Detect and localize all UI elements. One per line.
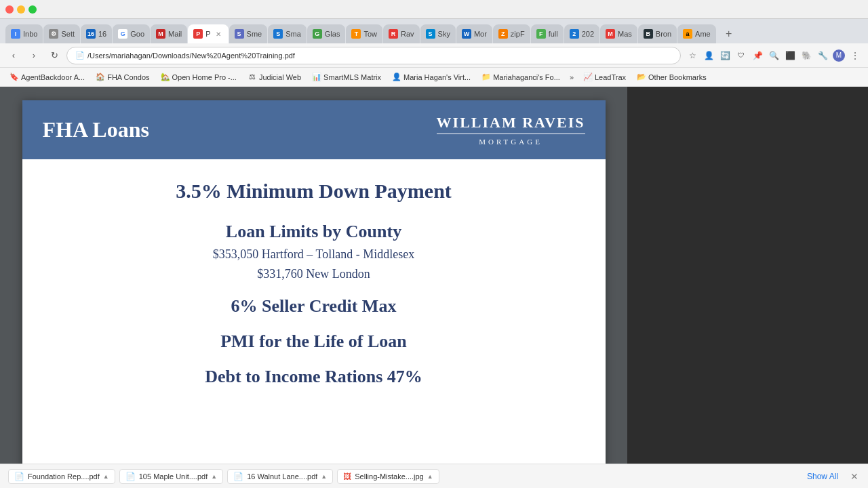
tab-label-bron: Bron bbox=[656, 30, 671, 38]
tab-full[interactable]: F full bbox=[531, 24, 564, 43]
reload-button[interactable]: ↻ bbox=[46, 47, 62, 64]
tab-zip[interactable]: Z zipF bbox=[493, 24, 530, 43]
download-item-2[interactable]: 📄 16 Walnut Lane....pdf ▲ bbox=[227, 469, 333, 484]
bookmark-label-5: Maria Hagan's Virt... bbox=[403, 73, 471, 81]
bookmark-7[interactable]: 📈LeadTrax bbox=[579, 70, 630, 83]
tab-settings[interactable]: ⚙ Sett bbox=[43, 24, 80, 43]
download-arrow-0[interactable]: ▲ bbox=[103, 473, 109, 480]
new-tab-button[interactable]: + bbox=[719, 24, 738, 43]
tab-todo[interactable]: 16 16 bbox=[81, 24, 112, 43]
user-avatar[interactable]: M bbox=[831, 48, 846, 63]
bookmark-6[interactable]: 📁Mariahaganci's Fo... bbox=[477, 70, 564, 84]
pdf-county-1: $353,050 Hartford – Tolland - Middlesex bbox=[213, 247, 414, 262]
menu-icon[interactable]: ⋮ bbox=[848, 48, 863, 63]
apps-icon[interactable]: ⬛ bbox=[783, 48, 797, 63]
tabs-bar: I Inbo ⚙ Sett 16 16 G Goo M Mail P P ✕ S… bbox=[0, 19, 868, 43]
pdf-feature-3: Debt to Income Rations 47% bbox=[205, 367, 422, 387]
tab-mas[interactable]: M Mas bbox=[600, 24, 637, 43]
extension3-icon[interactable]: 🔍 bbox=[766, 48, 781, 63]
tab-label-google: Goo bbox=[130, 30, 144, 38]
bookmark-3[interactable]: ⚖Judicial Web bbox=[243, 70, 305, 84]
show-all-button[interactable]: Show All bbox=[800, 470, 845, 483]
tab-mail[interactable]: M Mail bbox=[151, 24, 187, 43]
bookmark-icon-2: 🏡 bbox=[161, 73, 170, 82]
evernote-icon[interactable]: 🐘 bbox=[799, 48, 814, 63]
tab-label-mail: Mail bbox=[168, 30, 182, 38]
bookmark-icon-7: 📈 bbox=[583, 73, 593, 81]
profile-icon[interactable]: 👤 bbox=[701, 48, 716, 63]
forward-button[interactable]: › bbox=[26, 47, 42, 64]
bookmark-label-4: SmartMLS Matrix bbox=[323, 73, 381, 81]
tab-word[interactable]: W Mor bbox=[456, 24, 492, 43]
tab-sme1[interactable]: S Sme bbox=[229, 24, 268, 43]
extension2-icon[interactable]: 📌 bbox=[750, 48, 765, 63]
tab-label-tow: Tow bbox=[363, 30, 377, 38]
pdf-feature-1: 6% Seller Credit Max bbox=[231, 296, 397, 317]
tab-label-todo: 16 bbox=[98, 30, 106, 38]
bookmark-0[interactable]: 🔖AgentBackdoor A... bbox=[5, 70, 89, 84]
pdf-content: 3.5% Minimum Down Payment Loan Limits by… bbox=[22, 159, 606, 464]
tab-pdf[interactable]: P P ✕ bbox=[188, 24, 228, 43]
tab-favicon-tow: T bbox=[351, 29, 361, 39]
tab-label-sky: Sky bbox=[438, 30, 450, 38]
download-arrow-3[interactable]: ▲ bbox=[427, 473, 433, 480]
back-button[interactable]: ‹ bbox=[5, 47, 22, 64]
download-arrow-1[interactable]: ▲ bbox=[211, 473, 217, 480]
tab-favicon-sme1: S bbox=[235, 29, 244, 39]
sync-icon[interactable]: 🔄 bbox=[717, 48, 732, 63]
tab-favicon-google: G bbox=[118, 29, 127, 39]
tab-ama[interactable]: a Ame bbox=[677, 24, 716, 43]
tab-google[interactable]: G Goo bbox=[113, 24, 150, 43]
bookmarks-more-indicator[interactable]: » bbox=[567, 71, 576, 83]
maximize-button[interactable] bbox=[28, 5, 37, 14]
downloads-close-button[interactable]: ✕ bbox=[849, 470, 860, 483]
bookmark-2[interactable]: 🏡Open Home Pro -... bbox=[157, 70, 241, 84]
bookmark-1[interactable]: 🏠FHA Condos bbox=[92, 70, 153, 84]
tab-year[interactable]: 2 202 bbox=[564, 24, 599, 43]
download-item-3[interactable]: 🖼 Selling-Mistake....jpg ▲ bbox=[337, 469, 439, 484]
bookmark-folder-8[interactable]: 📂Other Bookmarks bbox=[633, 70, 711, 83]
address-input[interactable]: 📄 /Users/mariahagan/Downloads/New%20Agen… bbox=[66, 47, 681, 64]
tab-label-sme2: Sma bbox=[285, 30, 301, 38]
tab-favicon-inbox: I bbox=[11, 29, 20, 39]
download-item-1[interactable]: 📄 105 Maple Unit....pdf ▲ bbox=[119, 469, 223, 484]
tab-favicon-sky: S bbox=[426, 29, 435, 39]
close-button[interactable] bbox=[5, 5, 14, 14]
right-panel bbox=[627, 87, 868, 464]
toolbar-icons: ☆ 👤 🔄 🛡 📌 🔍 ⬛ 🐘 🔧 M ⋮ bbox=[685, 48, 863, 63]
tab-inbox[interactable]: I Inbo bbox=[5, 24, 43, 43]
bookmark-icon-5: 👤 bbox=[392, 73, 401, 82]
tab-favicon-glass: G bbox=[313, 29, 322, 39]
bookmark-star-icon[interactable]: ☆ bbox=[685, 48, 700, 63]
pdf-section-title: Loan Limits by County bbox=[226, 222, 401, 242]
tab-favicon-pdf: P bbox=[193, 29, 203, 39]
minimize-button[interactable] bbox=[17, 5, 25, 14]
download-item-0[interactable]: 📄 Foundation Rep....pdf ▲ bbox=[8, 469, 115, 484]
bookmark-4[interactable]: 📊SmartMLS Matrix bbox=[308, 70, 385, 84]
download-file-icon-0: 📄 bbox=[14, 472, 24, 481]
pdf-viewer: FHA Loans WILLIAM RAVEIS MORTGAGE 3.5% M… bbox=[0, 87, 627, 464]
extension1-icon[interactable]: 🛡 bbox=[734, 48, 749, 63]
tab-bron[interactable]: B Bron bbox=[638, 24, 677, 43]
tab-favicon-rav: R bbox=[389, 29, 398, 39]
tab-label-zip: zipF bbox=[511, 30, 525, 38]
bookmark-icon-4: 📊 bbox=[312, 73, 321, 82]
tab-label-mas: Mas bbox=[618, 30, 632, 38]
tab-favicon-ama: a bbox=[683, 29, 692, 39]
tab-sme2[interactable]: S Sma bbox=[268, 24, 307, 43]
download-file-icon-1: 📄 bbox=[125, 472, 136, 481]
tab-rav[interactable]: R Rav bbox=[383, 24, 420, 43]
tab-glass[interactable]: G Glas bbox=[307, 24, 346, 43]
download-arrow-2[interactable]: ▲ bbox=[321, 473, 327, 480]
bookmark-label-0: AgentBackdoor A... bbox=[21, 73, 85, 81]
pdf-header: FHA Loans WILLIAM RAVEIS MORTGAGE bbox=[22, 100, 606, 159]
tab-sky[interactable]: S Sky bbox=[420, 24, 456, 43]
tab-label-word: Mor bbox=[474, 30, 487, 38]
tab-tow[interactable]: T Tow bbox=[346, 24, 382, 43]
tab-favicon-mas: M bbox=[606, 29, 615, 39]
bookmark-5[interactable]: 👤Maria Hagan's Virt... bbox=[388, 70, 475, 84]
tab-close-active[interactable]: ✕ bbox=[214, 29, 223, 39]
download-label-2: 16 Walnut Lane....pdf bbox=[247, 472, 317, 481]
extension4-icon[interactable]: 🔧 bbox=[815, 48, 830, 63]
pdf-county-2: $331,760 New London bbox=[257, 267, 370, 281]
